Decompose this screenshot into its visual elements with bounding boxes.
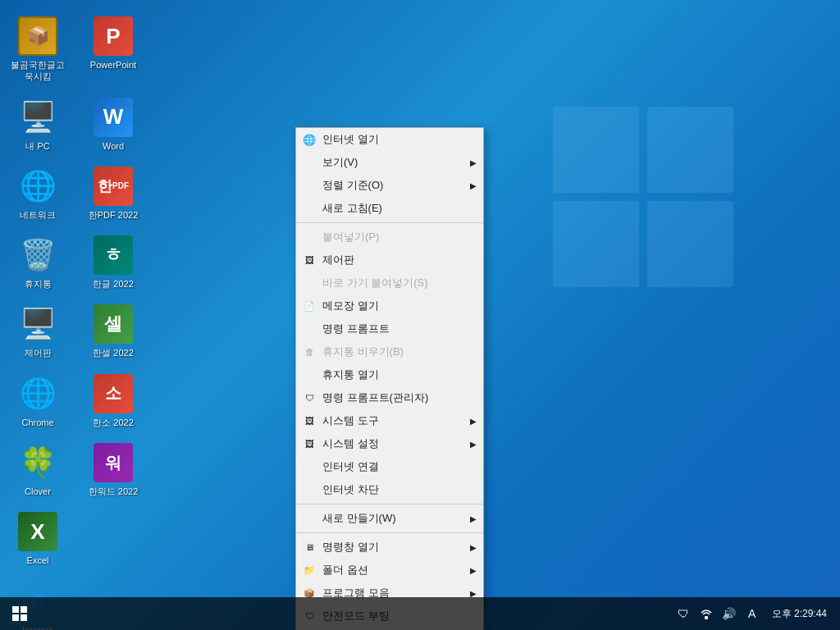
svg-rect-8 bbox=[705, 616, 708, 619]
desktop-icon-hangul2022[interactable]: ㅎ 한글 2022 bbox=[80, 229, 146, 294]
system-tools-icon: 🖼 bbox=[301, 413, 317, 429]
desktop-icon-chrome[interactable]: 🌐 Chrome bbox=[5, 368, 71, 433]
separator-2 bbox=[296, 504, 483, 504]
menu-control-panel[interactable]: 🖼 제어판 bbox=[296, 249, 483, 272]
bin-icon: 🗑 bbox=[301, 344, 317, 360]
folder-icon: 📁 bbox=[301, 562, 317, 578]
desktop-icon-hancel2022[interactable]: 셀 한셀 2022 bbox=[80, 298, 146, 363]
menu-empty-bin[interactable]: 🗑 휴지통 비우기(B) bbox=[296, 340, 483, 363]
arrow-icon: ▶ bbox=[470, 589, 477, 598]
desktop-icons: 📦 불곰국한글고 욱시킴 P PowerPoint 🖥️ 내 PC W Word… bbox=[0, 8, 151, 630]
taskbar-network-icon[interactable] bbox=[696, 604, 716, 623]
desktop-icon-hanso2022[interactable]: 소 한소 2022 bbox=[80, 368, 146, 433]
menu-new[interactable]: 새로 만들기(W) ▶ bbox=[296, 507, 483, 530]
desktop-icon-excel[interactable]: X Excel bbox=[5, 505, 71, 571]
notepad-icon: 📄 bbox=[301, 298, 317, 314]
separator-1 bbox=[296, 222, 483, 223]
menu-refresh[interactable]: 새로 고침(E) bbox=[296, 197, 483, 220]
svg-rect-7 bbox=[21, 614, 27, 621]
svg-rect-4 bbox=[12, 606, 19, 613]
start-button[interactable] bbox=[0, 597, 39, 630]
desktop-icon-clover[interactable]: 🍀 Clover bbox=[5, 436, 71, 502]
separator-3 bbox=[296, 532, 483, 533]
context-menu: 🌐 인터넷 열기 보기(V) ▶ 정렬 기준(O) ▶ 새로 고침(E) 붙여넣… bbox=[295, 127, 484, 630]
menu-cmd-admin[interactable]: 🛡 명령 프롬프트(관리자) bbox=[296, 386, 483, 409]
menu-view[interactable]: 보기(V) ▶ bbox=[296, 151, 483, 174]
menu-internet-block[interactable]: 인터넷 차단 bbox=[296, 478, 483, 501]
menu-system-tools[interactable]: 🖼 시스템 도구 ▶ bbox=[296, 409, 483, 432]
desktop-icon-bulgom[interactable]: 📦 불곰국한글고 욱시킴 bbox=[5, 10, 71, 88]
windows-bg-logo bbox=[545, 98, 742, 299]
svg-rect-2 bbox=[553, 201, 639, 287]
svg-rect-3 bbox=[647, 201, 733, 287]
desktop-icon-recyclebin[interactable]: 🗑️ 휴지통 bbox=[5, 229, 71, 294]
system-settings-icon: 🖼 bbox=[301, 436, 317, 452]
taskbar-right: 🛡 🔊 A 오후 2:29:44 bbox=[673, 604, 840, 623]
taskbar: 🛡 🔊 A 오후 2:29:44 bbox=[0, 597, 840, 630]
menu-internet-connect[interactable]: 인터넷 연결 bbox=[296, 455, 483, 478]
svg-rect-5 bbox=[21, 606, 27, 613]
cmd-icon: 🖥 bbox=[301, 539, 317, 555]
taskbar-ime-icon[interactable]: A bbox=[742, 604, 762, 623]
menu-system-settings[interactable]: 🖼 시스템 설정 ▶ bbox=[296, 432, 483, 455]
arrow-icon: ▶ bbox=[470, 566, 477, 575]
menu-cmd-open[interactable]: 🖥 명령창 열기 ▶ bbox=[296, 536, 483, 559]
desktop-icon-hanword2022[interactable]: 워 한워드 2022 bbox=[80, 436, 146, 502]
taskbar-volume-icon[interactable]: 🔊 bbox=[719, 604, 739, 623]
internet-icon: 🌐 bbox=[301, 131, 317, 148]
arrow-icon: ▶ bbox=[470, 440, 477, 449]
control-panel-icon: 🖼 bbox=[301, 252, 317, 268]
arrow-icon: ▶ bbox=[470, 158, 477, 167]
arrow-icon: ▶ bbox=[470, 514, 477, 523]
taskbar-shield-icon[interactable]: 🛡 bbox=[673, 604, 693, 623]
arrow-icon: ▶ bbox=[470, 543, 477, 552]
shield-icon: 🛡 bbox=[301, 390, 317, 406]
menu-folder-options[interactable]: 📁 폴더 옵션 ▶ bbox=[296, 559, 483, 582]
arrow-icon: ▶ bbox=[470, 417, 477, 426]
menu-open-notepad[interactable]: 📄 메모장 열기 bbox=[296, 294, 483, 317]
svg-rect-6 bbox=[12, 614, 19, 621]
menu-paste-shortcut[interactable]: 바로 가기 붙여넣기(S) bbox=[296, 272, 483, 294]
taskbar-clock[interactable]: 오후 2:29:44 bbox=[765, 607, 833, 621]
menu-cmd[interactable]: 명령 프롬프트 bbox=[296, 317, 483, 340]
desktop-icon-powerpoint[interactable]: P PowerPoint bbox=[80, 10, 146, 88]
desktop-icon-hanpdf[interactable]: 한PDF 한PDF 2022 bbox=[80, 160, 146, 226]
desktop-icon-word[interactable]: W Word bbox=[80, 91, 146, 157]
arrow-icon: ▶ bbox=[470, 181, 477, 190]
desktop-icon-mypc[interactable]: 🖥️ 내 PC bbox=[5, 91, 71, 157]
svg-rect-0 bbox=[553, 107, 639, 193]
menu-sort[interactable]: 정렬 기준(O) ▶ bbox=[296, 174, 483, 197]
svg-rect-1 bbox=[647, 107, 733, 193]
menu-open-bin[interactable]: 휴지통 열기 bbox=[296, 363, 483, 386]
menu-open-internet[interactable]: 🌐 인터넷 열기 bbox=[296, 128, 483, 151]
desktop-icon-network[interactable]: 🌐 네트워크 bbox=[5, 160, 71, 226]
menu-paste[interactable]: 붙여넣기(P) bbox=[296, 226, 483, 249]
desktop-icon-controlpanel[interactable]: 🖥️ 제어판 bbox=[5, 298, 71, 363]
